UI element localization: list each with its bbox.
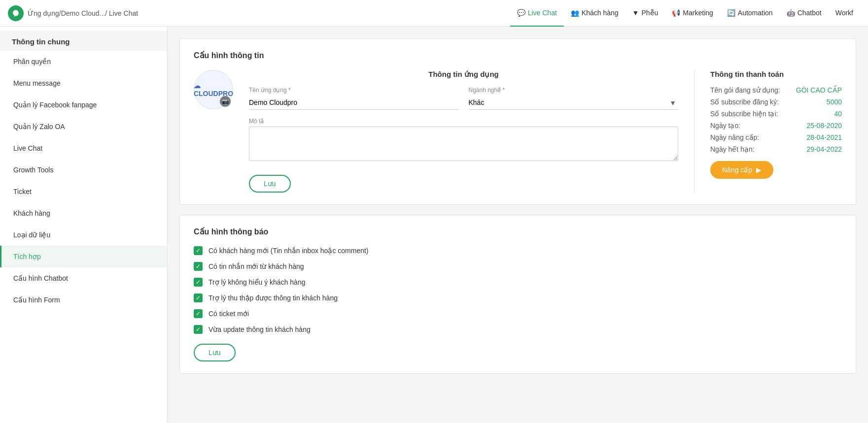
save-info-button[interactable]: Lưu bbox=[249, 175, 291, 193]
breadcrumb: Ứng dụng/Demo Cloud.../ Live Chat bbox=[28, 9, 138, 17]
payment-info: Thông tin thanh toán Tên gói đang sử dụn… bbox=[694, 70, 842, 193]
notify-item-4: ✓ Có ticket mới bbox=[194, 309, 842, 318]
top-nav: Ứng dụng/Demo Cloud.../ Live Chat 💬 Live… bbox=[0, 0, 868, 27]
sidebar-item-livechat[interactable]: Live Chat bbox=[0, 137, 167, 159]
section-info: Cấu hình thông tin ☁ CLOUDPRO 📷 Thông bbox=[179, 38, 856, 205]
notify-item-5: ✓ Vừa update thông tin khách hàng bbox=[194, 325, 842, 334]
form-row-2: Mô tả bbox=[249, 118, 678, 161]
logo-area[interactable]: Ứng dụng/Demo Cloud.../ Live Chat bbox=[8, 5, 138, 21]
desc-group: Mô tả bbox=[249, 118, 678, 161]
app-name-input[interactable] bbox=[249, 96, 459, 110]
section-notification: Cấu hình thông báo ✓ Có khách hàng mới (… bbox=[179, 215, 856, 374]
sidebar-item-cauhinh-chatbot[interactable]: Cấu hình Chatbot bbox=[0, 267, 167, 289]
notify-item-3: ✓ Trợ lý thu thập được thông tin khách h… bbox=[194, 293, 842, 302]
cloudpro-logo-text: ☁ CLOUDPRO bbox=[194, 82, 233, 98]
checkbox-2[interactable]: ✓ bbox=[194, 278, 203, 287]
upgrade-icon: ▶ bbox=[756, 166, 762, 174]
form-row-1: Tên ứng dụng * Ngành nghề * Khác Bán lẻ … bbox=[249, 87, 678, 110]
nav-menu: 💬 Live Chat 👥 Khách hàng ▼ Phễu 📢 Market… bbox=[510, 0, 860, 27]
nav-workf[interactable]: Workf bbox=[829, 0, 860, 27]
industry-group: Ngành nghề * Khác Bán lẻ Công nghệ Giáo … bbox=[469, 87, 679, 110]
sidebar-item-tichhop[interactable]: Tích hợp ↓ bbox=[0, 246, 167, 267]
form-section-title: Thông tin ứng dụng bbox=[249, 70, 678, 79]
marketing-icon: 📢 bbox=[672, 9, 680, 17]
sidebar-header: Thông tin chung bbox=[0, 31, 167, 51]
avatar-area: ☁ CLOUDPRO 📷 bbox=[194, 70, 233, 109]
sidebar-item-menumessage[interactable]: Menu message bbox=[0, 72, 167, 94]
payment-row-0: Tên gói đang sử dụng: GÓI CAO CẤP bbox=[710, 86, 842, 94]
sidebar-item-loaidulieu[interactable]: Loại dữ liệu bbox=[0, 224, 167, 246]
sidebar-item-growthtools[interactable]: Growth Tools bbox=[0, 159, 167, 181]
nav-automation[interactable]: 🔄 Automation bbox=[720, 0, 780, 27]
upgrade-button[interactable]: Nâng cấp ▶ bbox=[710, 161, 773, 179]
industry-select[interactable]: Khác Bán lẻ Công nghệ Giáo dục Y tế bbox=[469, 96, 679, 110]
livechat-icon: 💬 bbox=[517, 9, 525, 17]
sidebar-item-cauhinh-form[interactable]: Cấu hình Form bbox=[0, 289, 167, 311]
notify-item-1: ✓ Có tin nhắn mới từ khách hàng bbox=[194, 262, 842, 271]
sidebar-item-khachhang[interactable]: Khách hàng bbox=[0, 202, 167, 224]
industry-select-wrapper: Khác Bán lẻ Công nghệ Giáo dục Y tế ▼ bbox=[469, 96, 679, 110]
checkbox-5[interactable]: ✓ bbox=[194, 325, 203, 334]
payment-row-5: Ngày hết hạn: 29-04-2022 bbox=[710, 145, 842, 153]
payment-row-4: Ngày nâng cấp: 28-04-2021 bbox=[710, 133, 842, 141]
nav-chatbot[interactable]: 🤖 Chatbot bbox=[780, 0, 829, 27]
main-layout: Thông tin chung Phân quyền Menu message … bbox=[0, 27, 868, 423]
sidebar-item-phanquyen[interactable]: Phân quyền bbox=[0, 51, 167, 72]
desc-input[interactable] bbox=[249, 127, 678, 161]
nav-customers[interactable]: 👥 Khách hàng bbox=[564, 0, 625, 27]
notify-item-0: ✓ Có khách hàng mới (Tin nhắn inbox hoặc… bbox=[194, 246, 842, 255]
sidebar-item-facebook[interactable]: Quản lý Facebook fanpage bbox=[0, 94, 167, 116]
funnel-icon: ▼ bbox=[632, 9, 639, 17]
save-notify-button[interactable]: Lưu bbox=[194, 344, 236, 361]
notify-item-2: ✓ Trợ lý không hiểu ý khách hàng bbox=[194, 278, 842, 287]
checkbox-0[interactable]: ✓ bbox=[194, 246, 203, 255]
sidebar-item-ticket[interactable]: Ticket bbox=[0, 181, 167, 202]
automation-icon: 🔄 bbox=[727, 9, 735, 17]
form-fields: Thông tin ứng dụng Tên ứng dụng * Ngành … bbox=[249, 70, 678, 193]
form-and-payment: Thông tin ứng dụng Tên ứng dụng * Ngành … bbox=[249, 70, 842, 193]
payment-row-1: Số subscribe đăng ký: 5000 bbox=[710, 98, 842, 106]
sidebar-item-zaloa[interactable]: Quản lý Zalo OA bbox=[0, 116, 167, 137]
checkbox-3[interactable]: ✓ bbox=[194, 293, 203, 302]
sidebar: Thông tin chung Phân quyền Menu message … bbox=[0, 27, 168, 423]
nav-marketing[interactable]: 📢 Marketing bbox=[665, 0, 720, 27]
checkbox-4[interactable]: ✓ bbox=[194, 309, 203, 318]
nav-funnel[interactable]: ▼ Phễu bbox=[625, 0, 665, 27]
payment-title: Thông tin thanh toán bbox=[710, 70, 842, 78]
form-layout: ☁ CLOUDPRO 📷 Thông tin ứng dụng Tên ứng … bbox=[194, 70, 842, 193]
app-name-label: Tên ứng dụng * bbox=[249, 87, 459, 94]
main-content: Cấu hình thông tin ☁ CLOUDPRO 📷 Thông bbox=[168, 27, 868, 423]
checkbox-1[interactable]: ✓ bbox=[194, 262, 203, 271]
app-name-group: Tên ứng dụng * bbox=[249, 87, 459, 110]
notify-list: ✓ Có khách hàng mới (Tin nhắn inbox hoặc… bbox=[194, 246, 842, 334]
industry-label: Ngành nghề * bbox=[469, 87, 679, 94]
app-logo bbox=[8, 5, 24, 21]
camera-icon[interactable]: 📷 bbox=[220, 96, 231, 107]
desc-label: Mô tả bbox=[249, 118, 678, 125]
payment-row-3: Ngày tạo: 25-08-2020 bbox=[710, 122, 842, 130]
chatbot-icon: 🤖 bbox=[787, 9, 795, 17]
customers-icon: 👥 bbox=[571, 9, 579, 17]
nav-livechat[interactable]: 💬 Live Chat bbox=[510, 0, 564, 27]
avatar: ☁ CLOUDPRO 📷 bbox=[194, 70, 233, 109]
payment-row-2: Số subscribe hiện tại: 40 bbox=[710, 110, 842, 118]
section-info-title: Cấu hình thông tin bbox=[194, 51, 842, 60]
section-notification-title: Cấu hình thông báo bbox=[194, 227, 842, 236]
